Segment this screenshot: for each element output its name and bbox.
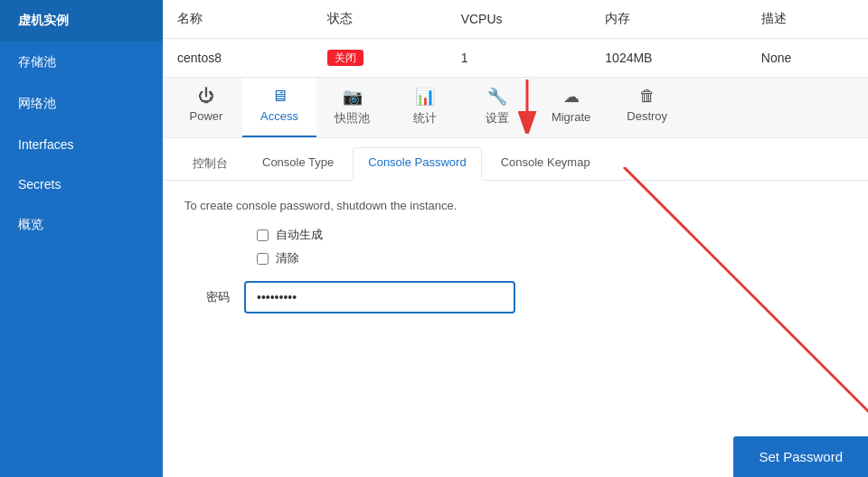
tab-stats-label: 统计 [413, 110, 437, 126]
checkbox-clear-label: 清除 [276, 250, 299, 267]
action-tabs: ⏻ Power 🖥 Access 📷 快照池 📊 统计 🔧 设置 ☁ Migra… [163, 78, 868, 138]
sidebar-item-vm-label: 虚机实例 [18, 13, 69, 27]
subtab-console-type-label: Console Type [262, 155, 334, 169]
checkbox-auto[interactable]: 自动生成 [257, 227, 846, 243]
col-vcpus: VCPUs [447, 0, 591, 39]
status-badge: 关闭 [327, 50, 363, 66]
subtab-console-keymap-label: Console Keymap [501, 155, 590, 169]
checkbox-auto-input[interactable] [257, 229, 269, 241]
sidebar-item-vm[interactable]: 虚机实例 [0, 0, 163, 42]
checkbox-clear[interactable]: 清除 [257, 250, 846, 267]
tab-settings[interactable]: 🔧 设置 [461, 78, 533, 137]
col-memory: 内存 [590, 0, 746, 39]
migrate-icon: ☁ [563, 87, 580, 107]
tab-power-label: Power [190, 109, 223, 123]
power-icon: ⏻ [198, 87, 214, 106]
checkbox-group: 自动生成 清除 [184, 227, 846, 267]
info-text: To create console password, shutdown the… [184, 199, 846, 212]
sidebar-item-overview-label: 概览 [18, 217, 43, 231]
tab-power[interactable]: ⏻ Power [170, 78, 242, 137]
vm-status: 关闭 [313, 39, 447, 78]
password-input[interactable] [244, 281, 515, 313]
sidebar-item-overview[interactable]: 概览 [0, 204, 163, 246]
vm-memory: 1024MB [590, 39, 746, 78]
vm-desc: None [747, 39, 868, 78]
checkbox-auto-label: 自动生成 [276, 227, 323, 243]
main-content: 名称 状态 VCPUs 内存 描述 centos8 关闭 1 1024MB No… [163, 0, 868, 477]
subtab-console-password-label: Console Password [368, 155, 466, 169]
destroy-icon: 🗑 [639, 87, 656, 106]
subtab-console-label: 控制台 [193, 156, 228, 170]
tab-access-label: Access [260, 109, 298, 123]
sidebar-item-storage-label: 存储池 [18, 54, 56, 69]
vm-vcpus: 1 [447, 39, 591, 78]
vm-table: 名称 状态 VCPUs 内存 描述 centos8 关闭 1 1024MB No… [163, 0, 868, 78]
subtab-console-password[interactable]: Console Password [353, 147, 481, 181]
tab-migrate-label: Migrate [552, 110, 590, 124]
tab-migrate[interactable]: ☁ Migrate [533, 78, 609, 137]
subtab-console[interactable]: 控制台 [177, 147, 243, 180]
tab-stats[interactable]: 📊 统计 [389, 78, 461, 137]
sub-tabs: 控制台 Console Type Console Password Consol… [163, 138, 868, 181]
content-area: To create console password, shutdown the… [163, 181, 868, 332]
settings-icon: 🔧 [487, 87, 507, 107]
checkbox-clear-input[interactable] [257, 253, 269, 265]
col-status: 状态 [313, 0, 447, 39]
sidebar: 虚机实例 存储池 网络池 Interfaces Secrets 概览 [0, 0, 163, 477]
tab-destroy[interactable]: 🗑 Destroy [609, 78, 685, 137]
subtab-console-type[interactable]: Console Type [247, 147, 349, 180]
set-password-label: Set Password [759, 449, 843, 464]
camera-icon: 📷 [343, 87, 363, 107]
sidebar-item-network-label: 网络池 [18, 96, 56, 110]
table-row[interactable]: centos8 关闭 1 1024MB None [163, 39, 868, 78]
sidebar-item-interfaces-label: Interfaces [18, 137, 73, 152]
vm-name: centos8 [163, 39, 313, 78]
tab-snapshot-label: 快照池 [335, 110, 370, 126]
access-icon: 🖥 [271, 87, 288, 106]
password-row: 密码 [184, 281, 846, 313]
stats-icon: 📊 [415, 87, 435, 107]
tab-destroy-label: Destroy [627, 109, 667, 123]
tab-snapshot[interactable]: 📷 快照池 [316, 78, 389, 137]
col-desc: 描述 [747, 0, 868, 39]
tab-access[interactable]: 🖥 Access [242, 78, 316, 137]
password-label: 密码 [184, 289, 230, 305]
sidebar-item-storage[interactable]: 存储池 [0, 42, 163, 83]
sidebar-item-secrets[interactable]: Secrets [0, 164, 163, 204]
sidebar-item-secrets-label: Secrets [18, 177, 61, 192]
set-password-button[interactable]: Set Password [733, 436, 868, 477]
tab-settings-label: 设置 [486, 110, 509, 126]
subtab-console-keymap[interactable]: Console Keymap [486, 147, 606, 180]
col-name: 名称 [163, 0, 313, 39]
sidebar-item-network[interactable]: 网络池 [0, 83, 163, 125]
sidebar-item-interfaces[interactable]: Interfaces [0, 125, 163, 164]
